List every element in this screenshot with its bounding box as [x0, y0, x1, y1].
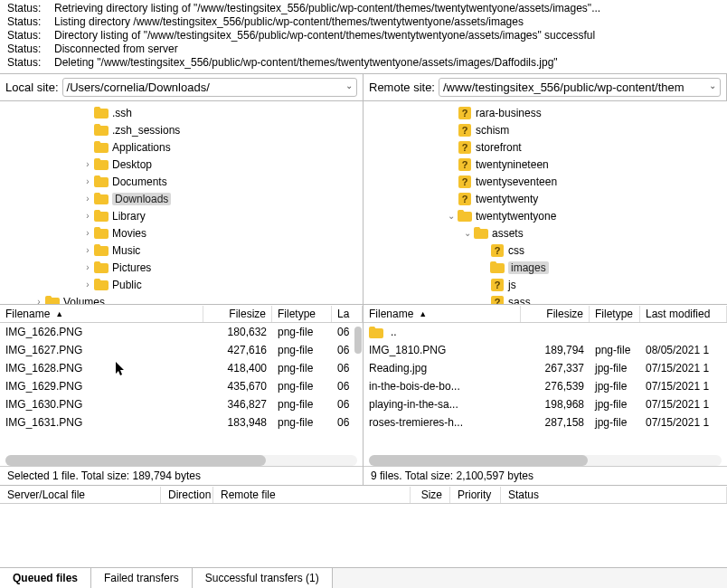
horizontal-scrollbar[interactable] [5, 455, 357, 466]
local-file-list-header[interactable]: Filename▲ Filesize Filetype La [0, 305, 363, 323]
tree-item-label: storefront [476, 141, 522, 154]
tree-item[interactable]: ›?twentyseventeen [364, 173, 727, 190]
status-label: Status: [7, 43, 54, 56]
tree-item-label: Volumes [63, 296, 105, 306]
tree-item[interactable]: ›Downloads [0, 190, 363, 207]
tree-item[interactable]: ›?twentytwenty [364, 190, 727, 207]
remote-site-path-combo[interactable]: /www/testingsitex_556/public/wp-content/… [439, 78, 721, 97]
file-name-cell: IMG_1810.PNG [364, 344, 521, 356]
sort-asc-icon: ▲ [55, 309, 63, 318]
tree-item[interactable]: ›?rara-business [364, 104, 727, 121]
qcol-status[interactable]: Status [501, 487, 727, 503]
tree-item[interactable]: ›?js [364, 276, 727, 293]
split-panes: ›.ssh›.zsh_sessions›Applications›Desktop… [0, 101, 727, 486]
file-row[interactable]: IMG_1627.PNG427,616png-file06 [0, 341, 363, 359]
tree-item[interactable]: ›Public [0, 276, 363, 293]
scrollbar-thumb[interactable] [369, 455, 588, 466]
tree-item[interactable]: ›Volumes [0, 293, 363, 305]
tree-item[interactable]: ›Music [0, 242, 363, 259]
tree-item[interactable]: ›Applications [0, 138, 363, 156]
col-lastmod[interactable]: La [332, 306, 363, 322]
qcol-size[interactable]: Size [411, 487, 450, 503]
file-row[interactable]: IMG_1630.PNG346,827png-file06 [0, 395, 363, 413]
file-size-cell: 276,539 [521, 380, 590, 393]
tree-item[interactable]: ›?twentynineteen [364, 156, 727, 173]
tree-expand-icon[interactable]: › [81, 245, 94, 255]
qcol-direction[interactable]: Direction [161, 487, 213, 503]
tree-expand-icon[interactable]: › [81, 194, 94, 204]
folder-icon [94, 124, 109, 137]
col-filename[interactable]: Filename▲ [364, 306, 521, 322]
tree-expand-icon[interactable]: › [81, 280, 94, 289]
tree-item-label: Movies [112, 227, 146, 240]
tree-item[interactable]: ›Library [0, 207, 363, 224]
tree-item[interactable]: ›images [364, 259, 727, 276]
file-row[interactable]: IMG_1628.PNG418,400png-file06 [0, 359, 363, 377]
tree-expand-icon[interactable]: ⌄ [445, 211, 458, 221]
svg-text:?: ? [462, 142, 468, 153]
file-row[interactable]: playing-in-the-sa...198,968jpg-file07/15… [364, 395, 727, 413]
tree-item[interactable]: ⌄assets [364, 224, 727, 242]
vertical-scrollbar[interactable] [354, 323, 363, 453]
scrollbar-thumb[interactable] [5, 455, 266, 466]
local-file-list[interactable]: IMG_1626.PNG180,632png-file06IMG_1627.PN… [0, 323, 363, 453]
col-filesize[interactable]: Filesize [203, 306, 272, 322]
tab-successful-transfers[interactable]: Successful transfers (1) [193, 568, 333, 588]
tree-item[interactable]: ›Pictures [0, 259, 363, 276]
folder-icon [94, 261, 109, 274]
tree-item[interactable]: ›.ssh [0, 104, 363, 121]
tree-item[interactable]: ›?storefront [364, 138, 727, 156]
tree-item[interactable]: ›?sass [364, 293, 727, 305]
qcol-remote-file[interactable]: Remote file [213, 487, 411, 503]
col-filename[interactable]: Filename▲ [0, 306, 203, 322]
col-filetype[interactable]: Filetype [590, 306, 640, 322]
file-row[interactable]: in-the-bois-de-bo...276,539jpg-file07/15… [364, 377, 727, 395]
tree-item[interactable]: ⌄twentytwentyone [364, 207, 727, 224]
file-row[interactable]: IMG_1810.PNG189,794png-file08/05/2021 1 [364, 341, 727, 359]
tree-expand-icon[interactable]: ⌄ [461, 228, 474, 238]
file-row[interactable]: IMG_1626.PNG180,632png-file06 [0, 323, 363, 341]
qcol-server-local[interactable]: Server/Local file [0, 487, 161, 503]
qcol-priority[interactable]: Priority [450, 487, 501, 503]
scrollbar-thumb[interactable] [354, 327, 362, 354]
remote-directory-tree[interactable]: ›?rara-business›?schism›?storefront›?twe… [364, 101, 727, 305]
tree-item[interactable]: ›.zsh_sessions [0, 121, 363, 138]
col-filesize[interactable]: Filesize [521, 306, 590, 322]
tree-item[interactable]: ›Desktop [0, 156, 363, 173]
tree-expand-icon[interactable]: › [81, 228, 94, 238]
tree-item[interactable]: ›Documents [0, 173, 363, 190]
remote-file-list-header[interactable]: Filename▲ Filesize Filetype Last modifie… [364, 305, 727, 323]
remote-file-list[interactable]: ..IMG_1810.PNG189,794png-file08/05/2021 … [364, 323, 727, 453]
tree-item-label: Applications [112, 141, 171, 154]
col-lastmod[interactable]: Last modified [640, 306, 727, 322]
file-modified-cell: 07/15/2021 1 [640, 362, 727, 375]
tree-expand-icon[interactable]: › [81, 176, 94, 186]
tab-failed-transfers[interactable]: Failed transfers [91, 568, 193, 588]
file-row[interactable]: .. [364, 323, 727, 341]
file-row[interactable]: Reading.jpg267,337jpg-file07/15/2021 1 [364, 359, 727, 377]
chevron-down-icon[interactable]: ⌄ [345, 81, 353, 90]
file-size-cell: 346,827 [203, 398, 272, 411]
col-filetype[interactable]: Filetype [272, 306, 332, 322]
tree-expand-icon[interactable]: › [81, 159, 94, 169]
tree-item[interactable]: ›?schism [364, 121, 727, 138]
file-row[interactable]: roses-tremieres-h...287,158jpg-file07/15… [364, 413, 727, 432]
file-row[interactable]: IMG_1629.PNG435,670png-file06 [0, 377, 363, 395]
file-row[interactable]: IMG_1631.PNG183,948png-file06 [0, 413, 363, 432]
tree-item[interactable]: ›?css [364, 242, 727, 259]
local-site-path-combo[interactable]: /Users/cornelia/Downloads/ ⌄ [62, 78, 357, 97]
chevron-down-icon[interactable]: ⌄ [709, 81, 716, 90]
queue-header[interactable]: Server/Local file Direction Remote file … [0, 486, 727, 504]
horizontal-scrollbar[interactable] [369, 455, 722, 466]
tree-expand-icon[interactable]: › [33, 297, 45, 305]
tree-item[interactable]: ›Movies [0, 224, 363, 242]
local-directory-tree[interactable]: ›.ssh›.zsh_sessions›Applications›Desktop… [0, 101, 363, 305]
queue-body[interactable] [0, 504, 727, 567]
status-message: Deleting "/www/testingsitex_556/public/w… [54, 56, 720, 70]
tree-item-label: assets [492, 227, 524, 240]
bottom-tabs: Queued files Failed transfers Successful… [0, 567, 727, 588]
tab-queued-files[interactable]: Queued files [0, 568, 91, 588]
tree-expand-icon[interactable]: › [81, 211, 94, 221]
tree-expand-icon[interactable]: › [81, 262, 94, 272]
status-line: Status:Deleting "/www/testingsitex_556/p… [7, 56, 720, 70]
